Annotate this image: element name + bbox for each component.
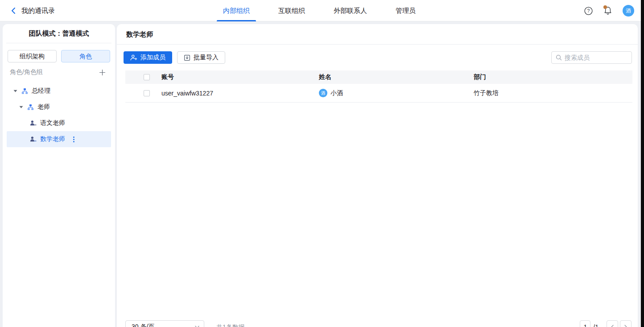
tree-node-chinese-teacher[interactable]: 语文老师 bbox=[7, 115, 111, 131]
tab-internal-org[interactable]: 内部组织 bbox=[217, 0, 256, 21]
notification-bell-icon[interactable] bbox=[603, 6, 613, 16]
page-title: 我的通讯录 bbox=[21, 7, 55, 15]
tree-node-label: 总经理 bbox=[32, 87, 50, 95]
screen-edge-strip bbox=[641, 0, 644, 327]
table-row[interactable]: user_vaiwfw31227 酒 小酒 竹子教培 bbox=[125, 84, 632, 103]
current-page-input[interactable]: 1 bbox=[580, 320, 590, 327]
import-icon bbox=[184, 54, 190, 61]
toolbar: 添加成员 批量导入 bbox=[117, 45, 638, 70]
tree-node-general-manager[interactable]: 总经理 bbox=[7, 83, 111, 99]
column-header-name: 姓名 bbox=[319, 73, 474, 81]
caret-down-icon[interactable] bbox=[13, 90, 18, 92]
topbar-actions: ? 酒 bbox=[583, 0, 634, 21]
main-tabs: 内部组织 互联组织 外部联系人 管理员 bbox=[217, 0, 422, 21]
add-member-label: 添加成员 bbox=[140, 54, 165, 62]
total-pages-label: /1 bbox=[593, 323, 599, 327]
cell-name: 酒 小酒 bbox=[319, 89, 474, 97]
search-member-box[interactable] bbox=[551, 51, 632, 64]
notification-badge bbox=[603, 5, 607, 9]
batch-import-label: 批量导入 bbox=[194, 54, 219, 62]
role-member-icon bbox=[30, 120, 37, 127]
svg-text:?: ? bbox=[587, 8, 590, 13]
role-group-row: 角色/角色组 bbox=[3, 62, 115, 82]
role-member-icon bbox=[30, 136, 37, 143]
search-member-input[interactable] bbox=[565, 54, 644, 61]
role-group-label: 角色/角色组 bbox=[10, 68, 43, 76]
batch-import-button[interactable]: 批量导入 bbox=[177, 51, 225, 64]
page-size-value: 30 条/页 bbox=[132, 323, 154, 327]
tab-connected-org[interactable]: 互联组织 bbox=[272, 0, 311, 21]
org-hierarchy-icon bbox=[21, 88, 28, 95]
add-member-button[interactable]: 添加成员 bbox=[124, 51, 172, 64]
member-avatar: 酒 bbox=[319, 89, 327, 97]
total-count-label: 共1条数据 bbox=[216, 323, 245, 327]
member-name: 小酒 bbox=[330, 89, 343, 97]
user-avatar[interactable]: 酒 bbox=[623, 5, 634, 17]
members-table: 账号 姓名 部门 user_vaiwfw31227 酒 小酒 竹子教培 bbox=[125, 70, 632, 103]
cell-account: user_vaiwfw31227 bbox=[161, 90, 319, 97]
cell-department: 竹子教培 bbox=[474, 89, 632, 97]
main-panel: 数学老师 添加成员 批量导入 bbox=[117, 24, 638, 327]
add-role-icon[interactable] bbox=[98, 68, 106, 76]
page-size-select[interactable]: 30 条/页 bbox=[125, 320, 204, 327]
help-icon[interactable]: ? bbox=[583, 6, 593, 16]
person-add-icon bbox=[130, 54, 137, 61]
topbar: 我的通讯录 内部组织 互联组织 外部联系人 管理员 ? 酒 bbox=[0, 0, 644, 21]
column-header-account: 账号 bbox=[161, 73, 319, 81]
more-actions-icon[interactable] bbox=[73, 137, 74, 142]
tree-node-label: 数学老师 bbox=[40, 135, 65, 143]
team-mode-label: 团队模式：普通模式 bbox=[3, 24, 115, 43]
pager: 1 /1 bbox=[580, 320, 632, 327]
tree-node-teacher[interactable]: 老师 bbox=[7, 99, 111, 115]
select-all-checkbox[interactable] bbox=[144, 74, 150, 80]
role-button[interactable]: 角色 bbox=[61, 50, 110, 62]
tree-node-label: 语文老师 bbox=[40, 119, 65, 127]
sidebar-view-toggle: 组织架构 角色 bbox=[3, 43, 115, 62]
tree-node-math-teacher[interactable]: 数学老师 bbox=[7, 131, 111, 147]
role-title: 数学老师 bbox=[117, 24, 638, 44]
back-chevron-icon bbox=[11, 8, 16, 14]
back-button[interactable]: 我的通讯录 bbox=[11, 0, 55, 21]
role-tree: 总经理 老师 语文老师 数学老师 bbox=[3, 82, 115, 147]
tab-admin[interactable]: 管理员 bbox=[389, 0, 422, 21]
prev-page-button[interactable] bbox=[607, 320, 618, 327]
column-header-department: 部门 bbox=[474, 73, 632, 81]
tab-external-contacts[interactable]: 外部联系人 bbox=[327, 0, 373, 21]
caret-down-icon[interactable] bbox=[19, 106, 24, 108]
pagination-bar: 30 条/页 共1条数据 1 /1 bbox=[117, 320, 638, 327]
search-icon bbox=[556, 54, 562, 61]
org-structure-button[interactable]: 组织架构 bbox=[8, 50, 57, 62]
table-header-row: 账号 姓名 部门 bbox=[125, 70, 632, 84]
tree-node-label: 老师 bbox=[37, 103, 50, 111]
sidebar: 团队模式：普通模式 组织架构 角色 角色/角色组 总经理 老 bbox=[3, 24, 115, 327]
next-page-button[interactable] bbox=[620, 320, 632, 327]
row-checkbox[interactable] bbox=[144, 90, 150, 96]
org-hierarchy-icon bbox=[27, 104, 34, 111]
